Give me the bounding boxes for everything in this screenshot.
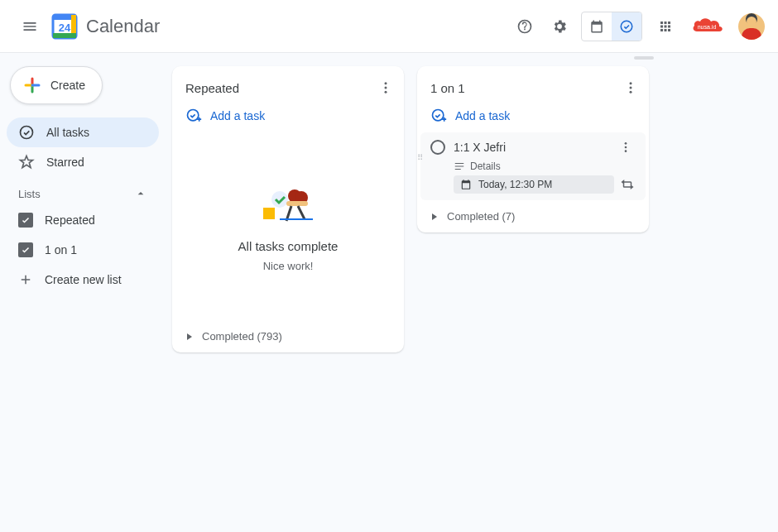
column-menu-button[interactable] xyxy=(374,76,397,99)
svg-point-22 xyxy=(625,142,627,145)
completed-toggle[interactable]: Completed (793) xyxy=(172,322,404,352)
task-complete-radio[interactable] xyxy=(430,140,445,155)
sidebar-item-starred[interactable]: Starred xyxy=(7,147,159,177)
checkbox-checked-icon xyxy=(18,242,33,257)
svg-point-24 xyxy=(625,150,627,152)
calendar-icon xyxy=(589,19,604,34)
settings-button[interactable] xyxy=(543,10,576,43)
checkbox-checked-icon xyxy=(18,213,33,228)
kebab-icon xyxy=(619,141,632,154)
task-details-row[interactable]: Details xyxy=(427,161,639,172)
check-circle-icon xyxy=(18,124,35,141)
org-badge: nusa.id xyxy=(689,15,730,38)
lists-header-label: Lists xyxy=(18,188,41,200)
sidebar-item-all-tasks[interactable]: All tasks xyxy=(7,117,159,147)
task-check-icon xyxy=(619,19,634,34)
column-one-on-one: 1 on 1 Add a task ⠿ 1:1 X Jefri xyxy=(417,66,649,232)
calendar-small-icon xyxy=(460,179,472,190)
empty-state-subtitle: Nice work! xyxy=(263,260,314,272)
app-title: Calendar xyxy=(86,16,160,37)
kebab-icon xyxy=(378,80,393,95)
svg-point-12 xyxy=(188,110,199,121)
task-menu-button[interactable] xyxy=(616,137,636,157)
triangle-right-icon xyxy=(430,213,439,221)
all-done-illustration-icon xyxy=(255,183,321,232)
task-details-label: Details xyxy=(470,161,501,172)
svg-point-14 xyxy=(271,191,288,208)
svg-point-6 xyxy=(621,21,632,32)
svg-point-19 xyxy=(630,87,632,89)
lists-section-header[interactable]: Lists xyxy=(7,177,159,205)
sidebar-item-label: Starred xyxy=(46,156,84,169)
list-item-repeated[interactable]: Repeated xyxy=(7,205,159,235)
list-item-one-on-one[interactable]: 1 on 1 xyxy=(7,235,159,265)
completed-label: Completed (793) xyxy=(202,330,282,343)
gear-icon xyxy=(551,18,568,35)
task-date-label: Today, 12:30 PM xyxy=(478,179,552,190)
column-repeated: Repeated Add a task xyxy=(172,66,404,352)
svg-point-10 xyxy=(385,87,387,89)
add-task-label: Add a task xyxy=(455,109,510,122)
plus-multicolor-icon xyxy=(22,75,42,95)
empty-state: All tasks complete Nice work! xyxy=(172,132,404,322)
add-task-icon xyxy=(430,108,447,124)
app-body: Create All tasks Starred Lists Repeated xyxy=(0,53,778,532)
empty-state-title: All tasks complete xyxy=(238,239,339,253)
svg-text:24: 24 xyxy=(59,22,71,34)
svg-rect-17 xyxy=(286,201,308,206)
svg-point-8 xyxy=(21,127,33,139)
column-title: 1 on 1 xyxy=(430,81,465,95)
column-title: Repeated xyxy=(185,81,239,95)
column-menu-button[interactable] xyxy=(619,76,642,99)
triangle-right-icon xyxy=(185,333,194,341)
svg-text:nusa.id: nusa.id xyxy=(698,24,717,30)
completed-label: Completed (7) xyxy=(447,210,515,223)
svg-point-23 xyxy=(625,146,627,149)
list-item-label: 1 on 1 xyxy=(45,243,77,256)
task-repeat-button[interactable] xyxy=(619,176,636,193)
add-task-icon xyxy=(185,108,202,124)
svg-rect-13 xyxy=(263,208,275,219)
drag-grip-icon[interactable]: ⠿ xyxy=(417,156,424,160)
account-avatar[interactable] xyxy=(738,13,765,40)
task-board: Repeated Add a task xyxy=(166,53,778,532)
apps-button[interactable] xyxy=(649,10,682,43)
add-task-label: Add a task xyxy=(210,109,265,122)
support-button[interactable] xyxy=(508,10,541,43)
svg-point-21 xyxy=(433,110,444,121)
svg-point-20 xyxy=(630,91,632,93)
notes-icon xyxy=(454,161,465,172)
add-task-button[interactable]: Add a task xyxy=(172,103,404,132)
plus-icon xyxy=(18,272,33,287)
calendar-logo: 24 xyxy=(50,12,79,41)
task-date-chip[interactable]: Today, 12:30 PM xyxy=(454,175,614,194)
star-icon xyxy=(18,154,35,170)
list-item-label: Repeated xyxy=(45,213,95,227)
tasks-view-button[interactable] xyxy=(612,12,641,41)
add-task-button[interactable]: Add a task xyxy=(417,103,649,132)
svg-point-11 xyxy=(385,91,387,93)
kebab-icon xyxy=(623,80,638,95)
help-icon xyxy=(516,18,533,35)
create-button[interactable]: Create xyxy=(10,66,103,104)
calendar-view-button[interactable] xyxy=(582,12,612,41)
column-drag-handle[interactable] xyxy=(634,56,654,60)
create-button-label: Create xyxy=(50,79,85,92)
chevron-up-icon xyxy=(134,187,147,200)
apps-grid-icon xyxy=(658,19,673,34)
task-title[interactable]: 1:1 X Jefri xyxy=(454,141,608,154)
app-header: 24 Calendar nusa.id xyxy=(0,0,778,53)
main-menu-button[interactable] xyxy=(13,10,46,43)
create-new-list-label: Create new list xyxy=(45,273,122,286)
task-item[interactable]: ⠿ 1:1 X Jefri Details xyxy=(420,132,646,200)
sidebar: Create All tasks Starred Lists Repeated xyxy=(0,53,166,532)
repeat-icon xyxy=(620,177,635,192)
sidebar-item-label: All tasks xyxy=(46,126,89,139)
completed-toggle[interactable]: Completed (7) xyxy=(417,202,649,232)
hamburger-icon xyxy=(22,18,38,35)
svg-point-9 xyxy=(385,82,387,84)
view-toggle xyxy=(581,12,642,41)
svg-point-18 xyxy=(630,82,632,84)
create-new-list-button[interactable]: Create new list xyxy=(7,265,159,295)
